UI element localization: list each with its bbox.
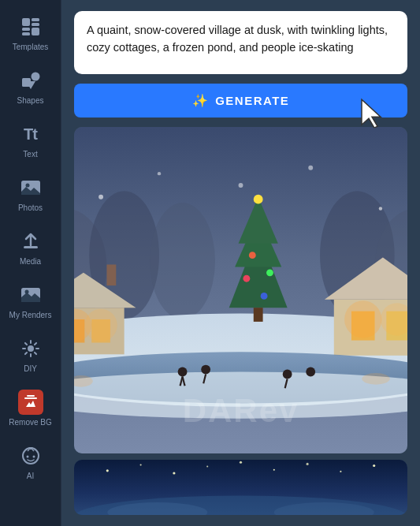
sidebar-item-shapes[interactable]: Shapes bbox=[0, 60, 61, 114]
svg-rect-5 bbox=[22, 32, 30, 35]
svg-point-83 bbox=[373, 464, 375, 467]
svg-rect-0 bbox=[22, 18, 30, 26]
magic-icon: ✨ bbox=[192, 93, 210, 108]
sidebar-item-ai[interactable]: AI bbox=[0, 435, 61, 489]
svg-rect-36 bbox=[106, 264, 116, 285]
my-renders-label: My Renders bbox=[9, 311, 52, 320]
shapes-label: Shapes bbox=[17, 96, 44, 106]
text-icon: Tt bbox=[18, 121, 43, 147]
image-area: DARev bbox=[74, 127, 407, 515]
svg-point-13 bbox=[24, 290, 28, 294]
bottom-thumbnail-image[interactable] bbox=[74, 460, 407, 515]
sidebar-item-photos[interactable]: Photos bbox=[0, 167, 61, 221]
svg-point-7 bbox=[31, 73, 39, 81]
remove-bg-label: Remove BG bbox=[9, 418, 51, 427]
svg-point-75 bbox=[106, 469, 109, 472]
svg-point-69 bbox=[239, 183, 243, 188]
svg-point-63 bbox=[344, 300, 381, 338]
svg-rect-11 bbox=[24, 246, 38, 248]
svg-point-47 bbox=[266, 269, 273, 276]
svg-point-73 bbox=[308, 166, 313, 170]
svg-point-48 bbox=[243, 275, 250, 282]
generate-label: GENERATE bbox=[215, 94, 289, 107]
photos-icon bbox=[18, 175, 43, 200]
svg-point-70 bbox=[379, 207, 382, 210]
generate-button-wrapper: ✨ GENERATE bbox=[74, 84, 407, 118]
svg-point-56 bbox=[201, 365, 210, 375]
prompt-text: A quaint, snow-covered village at dusk, … bbox=[87, 22, 395, 57]
ai-icon bbox=[18, 443, 43, 468]
sidebar-item-media[interactable]: Media bbox=[0, 221, 61, 274]
svg-point-53 bbox=[178, 367, 188, 377]
svg-point-49 bbox=[261, 293, 268, 300]
svg-point-76 bbox=[140, 464, 142, 465]
svg-rect-3 bbox=[22, 28, 30, 31]
diy-icon bbox=[18, 336, 43, 361]
svg-point-68 bbox=[158, 172, 161, 175]
svg-point-66 bbox=[362, 373, 389, 385]
svg-point-26 bbox=[150, 203, 215, 319]
svg-rect-2 bbox=[32, 23, 39, 26]
diy-label: DIY bbox=[24, 364, 37, 374]
photos-label: Photos bbox=[18, 203, 43, 213]
sidebar-item-remove-bg[interactable]: Remove BG bbox=[0, 382, 61, 435]
svg-point-18 bbox=[32, 456, 35, 458]
media-label: Media bbox=[20, 257, 41, 267]
sidebar-item-text[interactable]: Tt Text bbox=[0, 114, 61, 167]
svg-point-80 bbox=[273, 469, 275, 471]
shapes-icon bbox=[18, 68, 43, 93]
sidebar: Templates Shapes Tt Text Photos bbox=[0, 0, 61, 526]
remove-bg-icon bbox=[18, 390, 43, 415]
svg-point-14 bbox=[28, 345, 34, 352]
svg-rect-19 bbox=[28, 447, 33, 450]
sidebar-item-diy[interactable]: DIY bbox=[0, 328, 61, 382]
svg-point-79 bbox=[240, 461, 242, 464]
svg-point-62 bbox=[84, 309, 117, 341]
svg-point-81 bbox=[307, 463, 309, 465]
svg-rect-45 bbox=[254, 308, 263, 322]
svg-point-82 bbox=[340, 471, 341, 472]
templates-label: Templates bbox=[13, 43, 49, 52]
svg-point-78 bbox=[206, 466, 208, 468]
text-label: Text bbox=[23, 150, 37, 159]
media-icon bbox=[18, 229, 43, 254]
sidebar-item-templates[interactable]: Templates bbox=[0, 6, 61, 60]
svg-point-67 bbox=[98, 195, 103, 200]
svg-rect-1 bbox=[32, 18, 39, 21]
sidebar-item-my-renders[interactable]: My Renders bbox=[0, 274, 61, 328]
svg-point-10 bbox=[25, 184, 29, 188]
svg-point-77 bbox=[173, 472, 175, 474]
svg-point-17 bbox=[26, 456, 28, 458]
svg-line-21 bbox=[32, 450, 34, 451]
svg-point-60 bbox=[306, 367, 315, 377]
svg-point-46 bbox=[249, 252, 256, 259]
templates-icon bbox=[18, 14, 43, 39]
svg-rect-4 bbox=[32, 28, 39, 35]
svg-point-52 bbox=[74, 372, 407, 419]
main-generated-image: DARev bbox=[74, 127, 407, 453]
main-content: A quaint, snow-covered village at dusk, … bbox=[61, 0, 420, 526]
generate-button[interactable]: ✨ GENERATE bbox=[74, 84, 407, 118]
svg-point-58 bbox=[283, 370, 292, 379]
svg-line-20 bbox=[28, 450, 29, 451]
prompt-box[interactable]: A quaint, snow-covered village at dusk, … bbox=[74, 11, 407, 74]
my-renders-icon bbox=[18, 282, 43, 308]
ai-label: AI bbox=[27, 472, 34, 481]
svg-point-50 bbox=[254, 195, 263, 204]
